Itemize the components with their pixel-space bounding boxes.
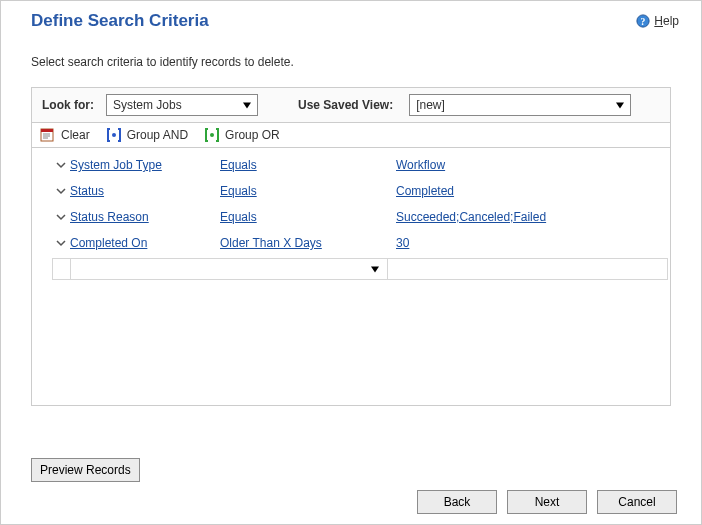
new-criteria-row [32,258,670,280]
help-link[interactable]: ? Help [636,14,679,28]
cancel-button[interactable]: Cancel [597,490,677,514]
group-or-button[interactable]: Group OR [204,127,280,143]
criteria-operator[interactable]: Equals [220,184,257,198]
group-and-icon [106,127,122,143]
svg-point-7 [112,133,116,137]
chevron-down-icon[interactable] [52,238,70,248]
help-label: Help [654,14,679,28]
group-and-label: Group AND [127,128,188,142]
criteria-field[interactable]: Status Reason [70,210,149,224]
svg-point-8 [210,133,214,137]
criteria-value[interactable]: Completed [396,184,454,198]
group-and-button[interactable]: Group AND [106,127,188,143]
criteria-value[interactable]: 30 [396,236,409,250]
next-button[interactable]: Next [507,490,587,514]
footer-buttons: Back Next Cancel [417,490,677,514]
lookfor-bar: Look for: System Jobs Use Saved View: [n… [31,87,671,123]
new-criteria-select[interactable] [70,258,388,280]
group-or-label: Group OR [225,128,280,142]
criteria-operator[interactable]: Older Than X Days [220,236,322,250]
criteria-operator[interactable]: Equals [220,158,257,172]
savedview-value: [new] [416,98,445,112]
svg-rect-3 [41,129,53,132]
toolbar: Clear Group AND Group OR [31,123,671,148]
criteria-row: System Job Type Equals Workflow [32,152,670,178]
criteria-value[interactable]: Workflow [396,158,445,172]
criteria-operator[interactable]: Equals [220,210,257,224]
criteria-row: Completed On Older Than X Days 30 [32,230,670,256]
criteria-field[interactable]: Status [70,184,104,198]
instruction-text: Select search criteria to identify recor… [1,39,701,87]
page-title: Define Search Criteria [31,11,209,31]
help-icon: ? [636,14,650,28]
criteria-field[interactable]: Completed On [70,236,147,250]
chevron-down-icon[interactable] [52,160,70,170]
criteria-field[interactable]: System Job Type [70,158,162,172]
svg-text:?: ? [641,16,646,27]
clear-icon [40,127,56,143]
lookfor-select[interactable]: System Jobs [106,94,258,116]
back-button[interactable]: Back [417,490,497,514]
criteria-row: Status Reason Equals Succeeded;Canceled;… [32,204,670,230]
criteria-row: Status Equals Completed [32,178,670,204]
chevron-down-icon[interactable] [52,186,70,196]
clear-label: Clear [61,128,90,142]
savedview-select[interactable]: [new] [409,94,631,116]
chevron-down-icon[interactable] [52,212,70,222]
preview-records-button[interactable]: Preview Records [31,458,140,482]
lookfor-value: System Jobs [113,98,182,112]
lookfor-label: Look for: [42,98,94,112]
group-or-icon [204,127,220,143]
savedview-label: Use Saved View: [298,98,393,112]
criteria-value[interactable]: Succeeded;Canceled;Failed [396,210,546,224]
clear-button[interactable]: Clear [40,127,90,143]
criteria-area: System Job Type Equals Workflow Status E… [31,148,671,406]
